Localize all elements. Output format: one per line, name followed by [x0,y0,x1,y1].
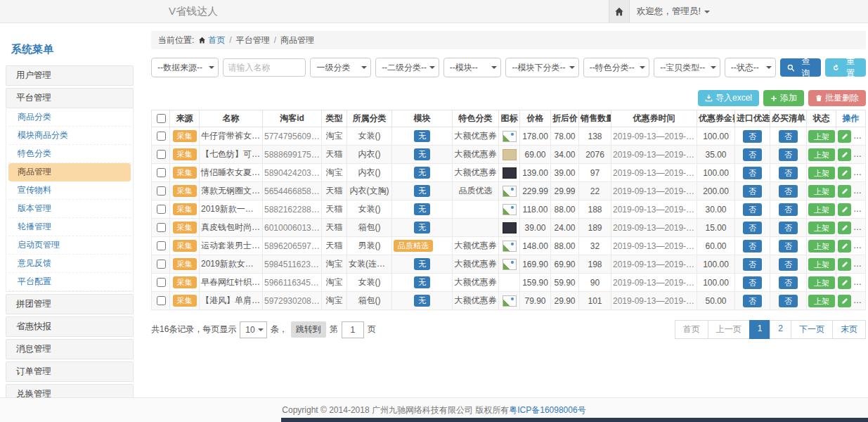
import-optional-toggle[interactable]: 否 [743,258,762,271]
import-optional-toggle[interactable]: 否 [743,276,762,289]
filter-feature-category-select[interactable]: --特色分类-- [583,58,650,77]
add-button[interactable]: 添加 [763,90,804,106]
sidebar-item-platform-management[interactable]: 平台管理 [6,88,134,108]
import-optional-toggle[interactable]: 否 [743,203,762,216]
row-checkbox[interactable] [157,132,166,141]
import-optional-toggle[interactable]: 否 [743,295,762,307]
row-checkbox[interactable] [157,205,166,214]
import-optional-toggle[interactable]: 否 [743,130,762,143]
edit-button[interactable] [838,258,851,271]
import-optional-toggle[interactable]: 否 [743,148,762,161]
status-button[interactable]: 上架 [808,240,835,252]
filter-item-type-select[interactable]: --宝贝类型-- [654,58,720,77]
status-button[interactable]: 上架 [808,148,835,161]
select-all-checkbox[interactable] [157,114,166,123]
sidebar-submenu-item[interactable]: 版本管理 [8,200,131,218]
pager-button[interactable]: 首页 [675,320,708,339]
import-optional-toggle[interactable]: 否 [743,222,762,234]
edit-button[interactable] [838,185,851,198]
must-buy-toggle[interactable]: 否 [779,295,798,307]
must-buy-toggle[interactable]: 否 [779,148,798,161]
edit-button[interactable] [838,203,851,216]
refresh-icon [832,64,840,72]
must-buy-toggle[interactable]: 否 [779,167,798,179]
status-button[interactable]: 上架 [808,295,835,307]
sidebar-submenu-item[interactable]: 特色分类 [8,145,131,163]
status-button[interactable]: 上架 [808,222,835,234]
sidebar-item[interactable]: 订单管理 [6,362,134,382]
filter-level2-category-select[interactable]: --二级分类-- [375,58,439,77]
row-checkbox[interactable] [157,241,166,250]
filter-status-select[interactable]: --状态-- [725,58,776,77]
pager-button[interactable]: 末页 [832,320,866,339]
edit-button[interactable] [838,167,851,179]
row-checkbox[interactable] [157,296,166,305]
edit-button[interactable] [838,130,851,143]
must-buy-toggle[interactable]: 否 [779,185,798,198]
sidebar-submenu-item[interactable]: 商品管理 [8,163,131,181]
filter-data-source-select[interactable]: --数据来源-- [151,58,219,77]
jump-page-input[interactable] [342,321,364,338]
sidebar-submenu-item[interactable]: 意见反馈 [8,255,131,273]
must-buy-toggle[interactable]: 否 [779,203,798,216]
filter-module-subcategory-select[interactable]: --模块下分类-- [505,58,578,77]
pager-button[interactable]: 上一页 [708,320,750,339]
sidebar-item[interactable]: 消息管理 [6,339,134,359]
row-checkbox[interactable] [157,186,166,196]
pager-button[interactable]: 2 [770,320,791,339]
must-buy-toggle[interactable]: 否 [779,130,798,143]
status-button[interactable]: 上架 [808,130,835,143]
must-buy-toggle[interactable]: 否 [779,258,798,271]
sidebar-submenu-item[interactable]: 商品分类 [8,108,131,127]
row-checkbox[interactable] [157,223,166,232]
must-buy-toggle[interactable]: 否 [779,276,798,289]
sidebar-submenu-item[interactable]: 轮播管理 [8,218,131,236]
filter-module-select[interactable]: --模块-- [443,58,502,77]
sidebar-item[interactable]: 拼团管理 [6,294,134,314]
sidebar-submenu-item[interactable]: 模块商品分类 [8,127,131,145]
sidebar-submenu-item[interactable]: 启动页管理 [8,236,131,255]
sidebar-submenu-item[interactable]: 宣传物料 [8,181,131,200]
import-excel-button[interactable]: 导入excel [698,90,759,106]
row-checkbox[interactable] [157,168,166,177]
pager-button[interactable]: 下一页 [791,320,833,339]
edit-button[interactable] [838,276,851,289]
edit-button[interactable] [838,222,851,234]
sidebar-item-user-management[interactable]: 用户管理 [6,65,134,86]
pager-button[interactable]: 1 [749,320,771,339]
status-button[interactable]: 上架 [808,203,835,216]
edit-button[interactable] [838,148,851,161]
breadcrumb-home-link[interactable]: 首页 [208,35,225,45]
batch-delete-button[interactable]: 批量删除 [808,90,866,106]
search-name-input[interactable] [223,58,306,77]
icp-link[interactable]: 粤ICP备16098006号 [509,405,585,415]
import-optional-toggle[interactable]: 否 [743,240,762,252]
status-button[interactable]: 上架 [808,276,835,289]
home-button[interactable] [609,0,630,23]
table-row: 采集 真皮钱包时尚优雅女士... 601000601341 天猫 箱包() 无 … [152,219,866,237]
edit-button[interactable] [838,295,851,307]
must-buy-toggle[interactable]: 否 [779,222,798,234]
row-checkbox[interactable] [157,278,166,287]
user-menu[interactable]: 欢迎您，管理员! [637,0,710,23]
import-optional-toggle[interactable]: 否 [743,185,762,198]
page-size-select[interactable]: 10 [240,321,266,338]
status-button[interactable]: 上架 [808,185,835,198]
import-optional-toggle[interactable]: 否 [743,167,762,179]
coupon-amount: 15.00 [697,219,735,237]
status-button[interactable]: 上架 [808,258,835,271]
edit-button[interactable] [838,240,851,252]
row-checkbox[interactable] [157,260,166,269]
sidebar-submenu-item[interactable]: 平台配置 [8,273,131,291]
module-badge: 品质精选 [394,240,433,252]
sidebar-item[interactable]: 省惠快报 [6,316,134,337]
breadcrumb-item[interactable]: 平台管理 [236,35,270,45]
status-button[interactable]: 上架 [808,167,835,179]
column-header: 必买清单 [770,110,807,127]
reset-button[interactable]: 重置 [825,58,866,77]
jump-to-button[interactable]: 跳转到 [291,321,326,338]
query-button[interactable]: 查询 [780,58,821,77]
must-buy-toggle[interactable]: 否 [779,240,798,252]
row-checkbox[interactable] [157,150,166,159]
filter-level1-category-select[interactable]: 一级分类 [310,58,371,77]
